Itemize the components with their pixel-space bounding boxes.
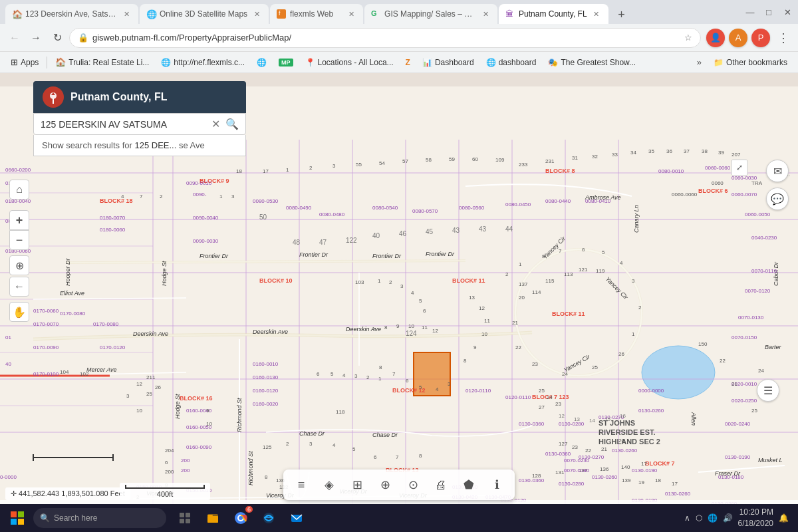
list-icon-button[interactable]: ☰ — [757, 379, 779, 402]
pan-button[interactable]: ✋ — [9, 302, 29, 322]
home-button[interactable]: ⌂ — [9, 180, 29, 200]
bookmark-globe2[interactable]: 🌐 — [251, 57, 272, 68]
taskbar-ie[interactable] — [255, 505, 282, 531]
tab-3[interactable]: f flexmls Web ✕ — [270, 4, 363, 24]
svg-text:0130-0280: 0130-0280 — [559, 421, 585, 427]
other-bookmarks[interactable]: 📁 Other bookmarks — [708, 57, 793, 68]
taskbar-file-explorer[interactable] — [200, 505, 226, 531]
taskbar-dropbox[interactable]: ⬡ — [696, 513, 702, 523]
bookmark-mp[interactable]: MP — [273, 57, 299, 68]
back-extent-button[interactable]: ← — [9, 277, 29, 297]
svg-text:HIGHLAND SEC 2: HIGHLAND SEC 2 — [598, 438, 660, 446]
svg-text:43: 43 — [479, 225, 487, 233]
svg-text:Frontier Dr: Frontier Dr — [299, 251, 329, 258]
new-tab-button[interactable]: + — [612, 5, 631, 24]
share-button[interactable]: ⬟ — [456, 472, 481, 497]
svg-text:23: 23 — [555, 401, 561, 407]
taskbar-chrome[interactable]: 6 — [227, 505, 254, 531]
apps-bookmark[interactable]: ⊞ Apps — [5, 56, 44, 68]
tab-1[interactable]: 🏠 123 Deerskin Ave, Satsu... ✕ — [5, 4, 138, 24]
search-suggestion-text: 125 DEE... — [134, 140, 176, 150]
bookmark-z[interactable]: Z — [400, 57, 416, 68]
tab-4[interactable]: G GIS Mapping/ Sales – Pr... ✕ — [364, 4, 497, 24]
svg-text:1: 1 — [378, 376, 382, 382]
svg-text:8: 8 — [542, 253, 545, 259]
taskbar-clock[interactable]: 10:20 PM 6/18/2020 — [738, 507, 773, 529]
locate-button[interactable]: ⊕ — [372, 472, 398, 497]
address-bar[interactable]: 🔒 gisweb.putnam-fl.com/PropertyAppraiser… — [69, 28, 701, 48]
map-logo — [43, 86, 64, 108]
back-button[interactable]: ← — [5, 29, 24, 47]
extension-btn-1[interactable]: A — [729, 29, 747, 47]
more-button[interactable]: ⋮ — [774, 29, 793, 47]
notification-button[interactable]: 🔔 — [779, 513, 789, 523]
taskbar-time-display: 10:20 PM — [738, 507, 773, 518]
dashboard-label: Dashboard — [435, 58, 474, 67]
svg-text:0160-0120: 0160-0120 — [253, 388, 279, 394]
taskbar-network[interactable]: 🌐 — [708, 513, 718, 523]
bookmark-show[interactable]: 🎭 The Greatest Show... — [543, 57, 641, 68]
start-button[interactable] — [4, 505, 31, 531]
bookmark-flexmls[interactable]: 🌐 http://nef.flexmls.c... — [156, 57, 250, 68]
tab-5-close[interactable]: ✕ — [591, 9, 602, 19]
account-avatar[interactable]: 👤 — [706, 29, 725, 47]
map-search-input[interactable] — [41, 119, 206, 130]
taskbar-search[interactable]: 🔍 Search here — [33, 508, 166, 528]
info-button[interactable]: ℹ — [484, 472, 509, 497]
map-container[interactable]: 0660-0200 014 0180-0040 0660-0 0180-0060… — [0, 73, 798, 532]
bookmark-trulia[interactable]: 🏠 Trulia: Real Estate Li... — [50, 56, 154, 68]
chat-icon-button[interactable]: 💬 — [766, 188, 789, 210]
close-button[interactable]: ✕ — [782, 7, 793, 17]
tab-2[interactable]: 🌐 Online 3D Satellite Maps ✕ — [140, 4, 269, 24]
svg-text:Richmond St: Richmond St — [247, 451, 254, 485]
taskbar-view-button[interactable] — [172, 505, 198, 531]
taskbar-volume[interactable]: 🔊 — [723, 513, 733, 523]
forward-button[interactable]: → — [27, 29, 45, 47]
maximize-button[interactable]: □ — [763, 7, 774, 17]
print-button[interactable]: 🖨 — [428, 472, 454, 497]
lock-icon: 🔒 — [78, 33, 88, 43]
svg-text:24: 24 — [547, 394, 553, 400]
svg-text:10: 10 — [206, 421, 212, 427]
svg-text:2: 2 — [286, 441, 289, 447]
mail-icon-button[interactable]: ✉ — [766, 160, 789, 182]
svg-text:22: 22 — [585, 448, 591, 454]
refresh-button[interactable]: ↻ — [48, 29, 66, 47]
map-search-suggestion[interactable]: Show search results for 125 DEE... se Av… — [33, 135, 246, 156]
map-search-clear-button[interactable]: ✕ — [211, 118, 220, 130]
svg-text:6: 6 — [374, 454, 377, 460]
tab-5[interactable]: 🏛 Putnam County, FL ✕ — [499, 4, 608, 24]
location-button[interactable]: ⊕ — [9, 255, 29, 275]
bookmark-dashboard2[interactable]: 🌐 dashboard — [481, 57, 542, 68]
tab-1-close[interactable]: ✕ — [121, 9, 132, 19]
zoom-out-button[interactable]: − — [9, 230, 29, 250]
svg-text:6: 6 — [423, 308, 426, 314]
svg-text:8: 8 — [384, 325, 388, 331]
minimize-button[interactable]: — — [745, 7, 755, 17]
taskbar-up-arrow[interactable]: ∧ — [684, 513, 690, 523]
basemap-button[interactable]: ◈ — [317, 472, 342, 497]
bookmarks-more-button[interactable]: » — [693, 56, 706, 68]
grid-button[interactable]: ⊞ — [344, 472, 370, 497]
tab-4-close[interactable]: ✕ — [480, 9, 491, 19]
svg-text:0070-0150: 0070-0150 — [732, 334, 757, 340]
layers-button[interactable]: ≡ — [289, 472, 314, 497]
measure-button[interactable]: ⊙ — [400, 472, 426, 497]
svg-text:6: 6 — [165, 460, 168, 466]
map-search-go-button[interactable]: 🔍 — [225, 118, 239, 130]
tab-3-close[interactable]: ✕ — [346, 9, 356, 19]
search-placeholder: Search here — [54, 513, 97, 523]
bookmark-dashboard[interactable]: 📊 Dashboard — [417, 57, 479, 68]
bookmark-locations[interactable]: 📍 Locations - All Loca... — [300, 57, 399, 68]
tab-2-close[interactable]: ✕ — [251, 9, 262, 19]
svg-text:36: 36 — [666, 148, 672, 154]
bookmark-star-icon[interactable]: ☆ — [684, 33, 692, 43]
zoom-in-button[interactable]: + — [9, 210, 29, 230]
taskbar-mail[interactable] — [283, 505, 310, 531]
tab-4-favicon: G — [371, 9, 380, 19]
svg-text:131: 131 — [555, 469, 565, 475]
z-favicon: Z — [406, 58, 410, 67]
bookmarks-bar: ⊞ Apps 🏠 Trulia: Real Estate Li... 🌐 htt… — [0, 52, 798, 73]
svg-text:102: 102 — [80, 371, 89, 377]
extension-btn-2[interactable]: P — [751, 29, 770, 47]
